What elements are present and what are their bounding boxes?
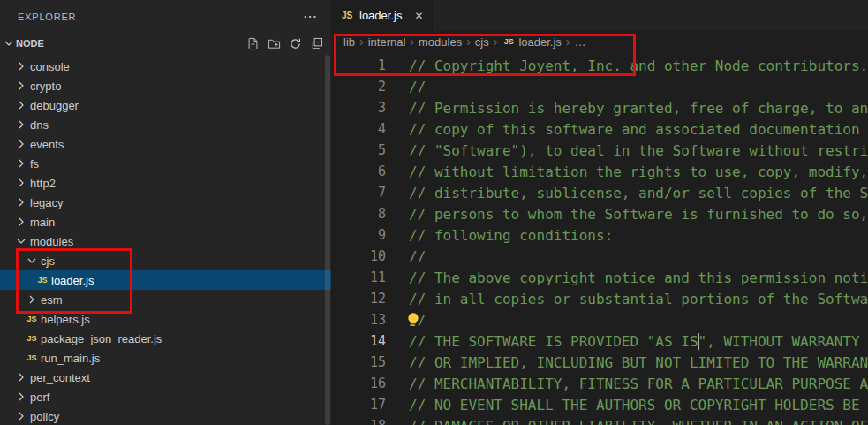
breadcrumb-separator-icon: ›	[494, 34, 498, 49]
breadcrumb-item-cjs[interactable]: cjs	[475, 35, 489, 49]
more-actions-icon[interactable]: ⋯	[303, 10, 317, 24]
tree-item-perf[interactable]: perf	[0, 387, 331, 406]
tree-item-debugger[interactable]: debugger	[0, 95, 331, 115]
breadcrumb-item-internal[interactable]: internal	[368, 35, 406, 49]
code-text: // OR IMPLIED, INCLUDING BUT NOT LIMITED…	[409, 354, 868, 371]
code-line-18[interactable]: 18// DAMAGES OR OTHER LIABILITY, WHETHER…	[331, 415, 868, 425]
code-line-3[interactable]: 3// Permission is hereby granted, free o…	[331, 97, 868, 118]
breadcrumb-item-loader-js[interactable]: JSloader.js	[502, 35, 561, 49]
code-line-16[interactable]: 16// MERCHANTABILITY, FITNESS FOR A PART…	[331, 373, 868, 394]
breadcrumb: lib›internal›modules›cjs›JSloader.js›…	[331, 31, 868, 52]
tree-item-label: crypto	[30, 80, 61, 93]
section-header-node[interactable]: NODE	[0, 34, 331, 53]
explorer-title: EXPLORER	[18, 11, 76, 22]
code-text: //	[409, 79, 426, 95]
tree-item-legacy[interactable]: legacy	[0, 193, 331, 212]
tree-item-esm[interactable]: esm	[0, 290, 331, 309]
file-tree: consolecryptodebuggerdnseventsfshttp2leg…	[0, 53, 331, 425]
js-file-icon: JS	[502, 38, 516, 46]
tree-item-cjs[interactable]: cjs	[0, 251, 331, 270]
tree-item-per-context[interactable]: per_context	[0, 368, 331, 387]
tree-item-label: cjs	[41, 254, 55, 268]
code-line-17[interactable]: 17// NO EVENT SHALL THE AUTHORS OR COPYR…	[331, 394, 868, 415]
breadcrumb-label: modules	[419, 35, 462, 49]
breadcrumb-label: loader.js	[518, 35, 561, 49]
code-text: // Copyright Joyent, Inc. and other Node…	[409, 57, 868, 74]
breadcrumb-label: internal	[368, 35, 406, 49]
chevron-right-icon	[14, 98, 28, 112]
tree-item-loader-js[interactable]: JSloader.js	[0, 270, 331, 290]
code-line-5[interactable]: 5// "Software"), to deal in the Software…	[331, 140, 868, 161]
line-number: 9	[331, 227, 386, 243]
line-number: 3	[331, 100, 386, 116]
breadcrumb-item-more[interactable]: …	[574, 35, 585, 49]
code-line-11[interactable]: 11// The above copyright notice and this…	[331, 267, 868, 288]
tree-item-http2[interactable]: http2	[0, 173, 331, 193]
line-number: 1	[331, 57, 386, 73]
section-label: NODE	[16, 38, 44, 49]
code-text: // following conditions:	[409, 227, 613, 244]
code-line-10[interactable]: 10//	[331, 246, 868, 267]
close-icon[interactable]: ✕	[414, 10, 423, 22]
tree-item-run-main-js[interactable]: JSrun_main.js	[0, 348, 331, 368]
code-line-8[interactable]: 8// persons to whom the Software is furn…	[331, 203, 868, 224]
js-file-icon: JS	[25, 354, 39, 362]
line-number: 16	[331, 376, 386, 391]
tree-item-label: policy	[30, 410, 59, 423]
code-editor[interactable]: 1// Copyright Joyent, Inc. and other Nod…	[331, 52, 868, 425]
line-number: 8	[331, 206, 386, 222]
breadcrumb-label: cjs	[475, 35, 489, 49]
code-line-14[interactable]: 14// THE SOFTWARE IS PROVIDED "AS IS", W…	[331, 330, 868, 352]
code-line-12[interactable]: 12// in all copies or substantial portio…	[331, 288, 868, 309]
code-line-9[interactable]: 9// following conditions:	[331, 224, 868, 246]
breadcrumb-separator-icon: ›	[359, 34, 364, 49]
code-line-7[interactable]: 7// distribute, sublicense, and/or sell …	[331, 182, 868, 203]
new-file-icon[interactable]	[245, 35, 260, 51]
code-text: // "Software"), to deal in the Software …	[409, 142, 868, 159]
tree-item-console[interactable]: console	[0, 57, 331, 76]
code-text: // in all copies or substantial portions…	[409, 291, 868, 307]
new-folder-icon[interactable]	[266, 35, 282, 51]
js-file-icon: JS	[25, 335, 39, 343]
explorer-sidebar: EXPLORER ⋯ NODE	[0, 0, 331, 425]
tab-loader-js[interactable]: JS loader.js ✕	[331, 0, 433, 31]
explorer-header: EXPLORER ⋯	[0, 0, 331, 34]
chevron-right-icon	[25, 292, 39, 307]
code-line-15[interactable]: 15// OR IMPLIED, INCLUDING BUT NOT LIMIT…	[331, 352, 868, 373]
tree-item-label: debugger	[30, 99, 79, 112]
tree-item-package-json-reader-js[interactable]: JSpackage_json_reader.js	[0, 329, 331, 348]
tree-item-fs[interactable]: fs	[0, 154, 331, 173]
code-line-13[interactable]: 13//	[331, 309, 868, 330]
chevron-down-icon	[2, 36, 16, 50]
tree-item-modules[interactable]: modules	[0, 231, 331, 251]
lightbulb-icon[interactable]	[405, 312, 421, 328]
tree-item-helpers-js[interactable]: JShelpers.js	[0, 309, 331, 329]
chevron-right-icon	[14, 137, 28, 151]
tree-item-dns[interactable]: dns	[0, 115, 331, 134]
tree-item-label: loader.js	[51, 274, 94, 287]
tree-item-label: package_json_reader.js	[41, 332, 162, 345]
code-line-6[interactable]: 6// without limitation the rights to use…	[331, 161, 868, 182]
breadcrumb-item-lib[interactable]: lib	[343, 35, 355, 49]
code-line-1[interactable]: 1// Copyright Joyent, Inc. and other Nod…	[331, 55, 868, 76]
tree-item-main[interactable]: main	[0, 212, 331, 231]
line-number: 5	[331, 142, 386, 158]
refresh-icon[interactable]	[287, 35, 303, 51]
tree-item-label: events	[30, 138, 64, 151]
code-line-4[interactable]: 4// copy of this software and associated…	[331, 118, 868, 140]
code-text: // NO EVENT SHALL THE AUTHORS OR COPYRIG…	[409, 397, 868, 414]
chevron-right-icon	[14, 390, 28, 404]
tree-item-policy[interactable]: policy	[0, 406, 331, 425]
line-number: 4	[331, 121, 386, 137]
tree-item-label: dns	[30, 118, 49, 132]
tree-item-events[interactable]: events	[0, 134, 331, 154]
sidebar-scrollbar[interactable]	[325, 55, 330, 425]
tree-item-label: main	[30, 216, 55, 229]
collapse-all-icon[interactable]	[308, 35, 324, 51]
vscode-window: EXPLORER ⋯ NODE	[0, 0, 868, 425]
breadcrumb-item-modules[interactable]: modules	[419, 35, 462, 49]
tab-label: loader.js	[359, 9, 402, 22]
code-line-2[interactable]: 2//	[331, 76, 868, 97]
tree-item-crypto[interactable]: crypto	[0, 76, 331, 95]
code-text: // THE SOFTWARE IS PROVIDED "AS IS", WIT…	[409, 333, 868, 350]
